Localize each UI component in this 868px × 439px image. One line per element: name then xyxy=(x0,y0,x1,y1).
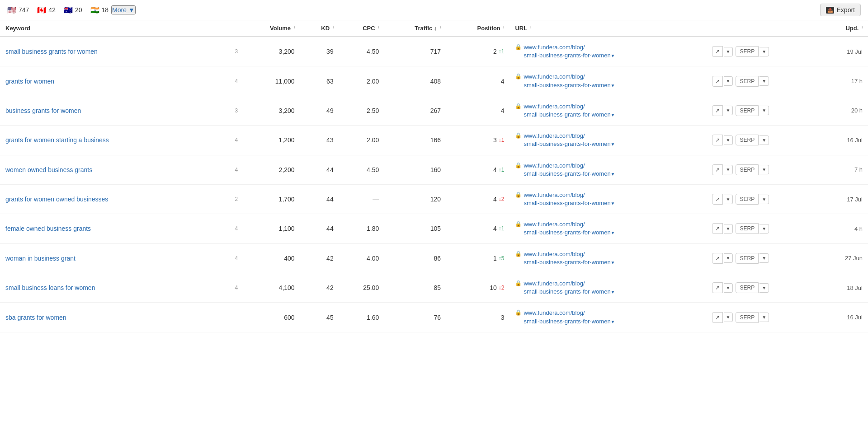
serp-dropdown-button[interactable]: ▼ xyxy=(760,253,769,263)
chart-dropdown-button[interactable]: ▼ xyxy=(724,76,733,86)
chart-button[interactable]: ↗ xyxy=(712,105,723,116)
keyword-link[interactable]: grants for women xyxy=(5,78,54,85)
serp-dropdown-button[interactable]: ▼ xyxy=(760,283,769,293)
url-link[interactable]: www.fundera.com/blog/small-business-gran… xyxy=(524,309,615,324)
position-info-icon[interactable]: ⁱ xyxy=(503,26,504,31)
upd-cell: 17 Jul xyxy=(820,184,868,214)
kd-cell: 45 xyxy=(300,303,339,332)
traffic-cell: 85 xyxy=(384,273,446,303)
table-row: sba grants for women 600 45 1.60 76 3 🔒 … xyxy=(0,303,868,332)
serp-dropdown-button[interactable]: ▼ xyxy=(760,224,769,234)
url-link[interactable]: www.fundera.com/blog/small-business-gran… xyxy=(524,73,615,88)
serp-button[interactable]: SERP xyxy=(736,253,759,264)
cpc-info-icon[interactable]: ⁱ xyxy=(378,26,379,31)
country-item-au[interactable]: 🇦🇺20 xyxy=(64,6,82,14)
volume-info-icon[interactable]: ⁱ xyxy=(294,26,295,31)
url-info-icon[interactable]: ⁱ xyxy=(530,26,531,31)
url-link[interactable]: www.fundera.com/blog/small-business-gran… xyxy=(524,103,615,118)
country-item-us[interactable]: 🇺🇸747 xyxy=(7,6,29,14)
keyword-link[interactable]: grants for women owned businesses xyxy=(5,196,108,203)
chart-dropdown-button[interactable]: ▼ xyxy=(724,224,733,234)
keyword-link[interactable]: women owned business grants xyxy=(5,166,92,173)
serp-button[interactable]: SERP xyxy=(736,76,759,87)
serp-button[interactable]: SERP xyxy=(736,164,759,175)
col-header-position: Position ⁱ xyxy=(446,20,509,37)
chart-button[interactable]: ↗ xyxy=(712,46,723,57)
url-cell: 🔒 www.fundera.com/blog/small-business-gr… xyxy=(509,303,706,332)
chart-dropdown-button[interactable]: ▼ xyxy=(724,165,733,174)
url-link[interactable]: www.fundera.com/blog/small-business-gran… xyxy=(524,44,615,59)
url-link[interactable]: www.fundera.com/blog/small-business-gran… xyxy=(524,132,615,147)
cpc-cell: 25.00 xyxy=(339,273,385,303)
upd-cell: 17 h xyxy=(820,66,868,96)
num-cell xyxy=(227,303,241,332)
chart-button[interactable]: ↗ xyxy=(712,253,723,264)
url-dropdown-icon: ▼ xyxy=(611,142,615,147)
chart-button[interactable]: ↗ xyxy=(712,312,723,323)
chart-dropdown-button[interactable]: ▼ xyxy=(724,195,733,204)
table-row: grants for women starting a business 4 1… xyxy=(0,126,868,155)
action-cell: ↗ ▼ SERP ▼ xyxy=(707,303,821,332)
col-header-url: URL ⁱ xyxy=(509,20,706,37)
chart-dropdown-button[interactable]: ▼ xyxy=(724,106,733,115)
export-button[interactable]: 📤 Export xyxy=(820,4,861,16)
keyword-link[interactable]: female owned business grants xyxy=(5,225,91,232)
chart-button[interactable]: ↗ xyxy=(712,223,723,234)
chart-button[interactable]: ↗ xyxy=(712,164,723,175)
serp-button[interactable]: SERP xyxy=(736,46,759,57)
traffic-cell: 120 xyxy=(384,184,446,214)
serp-dropdown-button[interactable]: ▼ xyxy=(760,313,769,322)
chart-dropdown-button[interactable]: ▼ xyxy=(724,283,733,293)
serp-button[interactable]: SERP xyxy=(736,282,759,293)
url-dropdown-icon: ▼ xyxy=(611,172,615,177)
flag-au: 🇦🇺 xyxy=(64,6,73,14)
serp-dropdown-button[interactable]: ▼ xyxy=(760,165,769,174)
position-cell: 4 xyxy=(446,96,509,125)
keyword-cell: business grants for women xyxy=(0,96,227,125)
serp-button[interactable]: SERP xyxy=(736,223,759,234)
cpc-cell: — xyxy=(339,184,385,214)
count-ca: 42 xyxy=(48,6,56,14)
serp-button[interactable]: SERP xyxy=(736,135,759,145)
keyword-link[interactable]: grants for women starting a business xyxy=(5,136,109,144)
chart-dropdown-button[interactable]: ▼ xyxy=(724,47,733,56)
position-value: 4 xyxy=(493,196,497,203)
keyword-link[interactable]: small business grants for women xyxy=(5,48,98,55)
lock-icon: 🔒 xyxy=(515,309,522,316)
serp-button[interactable]: SERP xyxy=(736,194,759,205)
keyword-link[interactable]: business grants for women xyxy=(5,107,81,114)
serp-dropdown-button[interactable]: ▼ xyxy=(760,195,769,204)
keyword-link[interactable]: sba grants for women xyxy=(5,314,66,321)
chart-dropdown-button[interactable]: ▼ xyxy=(724,253,733,263)
serp-button[interactable]: SERP xyxy=(736,312,759,323)
serp-dropdown-button[interactable]: ▼ xyxy=(760,47,769,56)
url-cell: 🔒 www.fundera.com/blog/small-business-gr… xyxy=(509,155,706,184)
url-link[interactable]: www.fundera.com/blog/small-business-gran… xyxy=(524,280,615,295)
col-header-num xyxy=(227,20,241,37)
chart-button[interactable]: ↗ xyxy=(712,76,723,87)
kd-info-icon[interactable]: ⁱ xyxy=(333,26,334,31)
chart-button[interactable]: ↗ xyxy=(712,194,723,205)
chart-button[interactable]: ↗ xyxy=(712,135,723,145)
url-link[interactable]: www.fundera.com/blog/small-business-gran… xyxy=(524,162,615,177)
more-button[interactable]: More ▼ xyxy=(111,5,136,14)
country-item-ca[interactable]: 🇨🇦42 xyxy=(37,6,56,14)
serp-button[interactable]: SERP xyxy=(736,105,759,116)
traffic-info-icon[interactable]: ⁱ xyxy=(440,26,441,31)
country-item-in[interactable]: 🇮🇳18 xyxy=(90,6,109,14)
url-cell: 🔒 www.fundera.com/blog/small-business-gr… xyxy=(509,214,706,243)
serp-dropdown-button[interactable]: ▼ xyxy=(760,135,769,145)
url-link[interactable]: www.fundera.com/blog/small-business-gran… xyxy=(524,191,615,206)
upd-info-icon[interactable]: ⁱ xyxy=(862,26,863,31)
url-link[interactable]: www.fundera.com/blog/small-business-gran… xyxy=(524,221,615,236)
chart-dropdown-button[interactable]: ▼ xyxy=(724,313,733,322)
col-header-cpc: CPC ⁱ xyxy=(339,20,385,37)
serp-dropdown-button[interactable]: ▼ xyxy=(760,106,769,115)
keyword-link[interactable]: small business loans for women xyxy=(5,284,95,291)
url-link[interactable]: www.fundera.com/blog/small-business-gran… xyxy=(524,251,615,266)
chart-button[interactable]: ↗ xyxy=(712,282,723,293)
keyword-link[interactable]: woman in business grant xyxy=(5,255,75,262)
serp-dropdown-button[interactable]: ▼ xyxy=(760,76,769,86)
chart-dropdown-button[interactable]: ▼ xyxy=(724,135,733,145)
table-row: women owned business grants 4 2,200 44 4… xyxy=(0,155,868,184)
